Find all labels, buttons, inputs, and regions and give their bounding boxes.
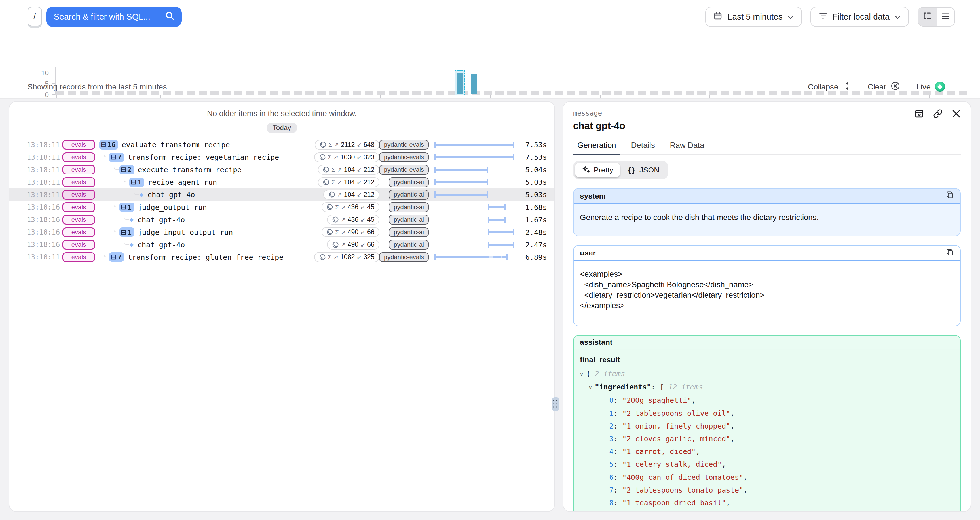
trace-row[interactable]: 13:18:11evals◆chat gpt-4o↗104↙212pydanti… [10, 188, 554, 201]
trace-row[interactable]: 13:18:16evals◆chat gpt-4o↗436↙45pydantic… [10, 214, 554, 226]
output-tokens-icon: ↙ [357, 141, 362, 148]
token-usage-badge: Σ↗2112↙648 [315, 140, 379, 150]
input-tokens-icon: ↗ [337, 191, 342, 198]
duration-gantt-bar [488, 229, 514, 235]
chevron-down-icon [788, 12, 794, 22]
row-duration: 6.89s [514, 253, 547, 262]
span-detail-panel: message [563, 101, 971, 512]
trace-row[interactable]: 13:18:11evals⊟7transform_recipe: gluten_… [10, 251, 554, 263]
span-title: chat gpt-4o [573, 120, 961, 132]
json-array-item: 7: "2 tablespoons tomato paste", [580, 484, 954, 496]
pretty-toggle[interactable]: Pretty [575, 163, 620, 177]
json-array-item: 0: "200g spaghetti", [580, 394, 954, 407]
squared-minus-icon: ⊟ [121, 166, 126, 173]
json-array-item: 5: "1 celery stalk, diced", [580, 458, 954, 471]
copy-link-icon[interactable] [933, 109, 943, 118]
evals-badge: evals [62, 177, 95, 187]
list-view-icon [941, 11, 950, 22]
tab-raw-data[interactable]: Raw Data [665, 141, 709, 154]
json-array-item: 1: "2 tablespoons olive oil", [580, 407, 954, 420]
row-duration: 5.04s [514, 165, 547, 174]
copy-icon[interactable] [946, 191, 954, 201]
evals-badge: evals [62, 240, 95, 249]
panel-resize-handle[interactable] [552, 397, 559, 412]
json-array-item: 8: "1 teaspoon dried basil", [580, 496, 954, 509]
token-usage-badge: Σ↗1030↙323 [314, 152, 379, 162]
coin-icon [326, 227, 333, 238]
collapse-node-button[interactable]: ⊟1 [119, 203, 134, 212]
duration-gantt-bar [434, 154, 514, 160]
dock-panel-icon[interactable] [915, 109, 924, 118]
slash-key-label: / [33, 11, 36, 22]
coin-icon [323, 176, 329, 188]
pretty-label: Pretty [594, 166, 613, 174]
duration-gantt-bar [488, 204, 506, 211]
json-array-item: 2: "1 onion, finely chopped", [580, 420, 954, 433]
collapse-button[interactable]: Collapse [808, 82, 851, 92]
filter-local-data-dropdown[interactable]: Filter local data [810, 7, 909, 27]
copy-icon[interactable] [946, 248, 954, 258]
token-usage-badge: ↗104↙212 [323, 190, 379, 200]
trace-row[interactable]: 13:18:16evals◆chat gpt-4o↗490↙66pydantic… [10, 238, 554, 251]
search-button[interactable]: Search & filter with SQL... [46, 7, 182, 27]
json-toggle[interactable]: {} JSON [620, 163, 667, 177]
squared-minus-icon: ⊟ [121, 229, 126, 236]
coin-icon [332, 214, 339, 225]
coin-icon [323, 164, 329, 175]
collapse-node-button[interactable]: ⊟1 [129, 178, 144, 187]
scope-tag: pydantic-evals [379, 152, 429, 162]
json-tree-viewer: ∨{ 2 items∨"ingredients": [ 12 items0: "… [580, 367, 954, 511]
slash-shortcut-key[interactable]: / [27, 7, 42, 26]
list-view-toggle[interactable] [936, 8, 955, 26]
json-array-item: 9: "1 teaspoon dried oregano", [580, 509, 954, 511]
trace-list-panel: No older items in the selected time wind… [9, 101, 555, 512]
coin-icon [328, 189, 335, 200]
duration-gantt-bar [434, 179, 488, 185]
row-duration: 7.53s [514, 153, 547, 162]
squared-minus-icon: ⊟ [111, 254, 116, 260]
span-name: execute transform_recipe [138, 165, 242, 174]
trace-row[interactable]: 13:18:11evals⊟2execute transform_recipeΣ… [10, 163, 554, 176]
time-range-label: Last 5 minutes [728, 12, 782, 22]
output-tokens-icon: ↙ [360, 216, 366, 223]
collapse-node-button[interactable]: ⊟16 [99, 140, 118, 149]
leaf-span-icon: ◆ [129, 216, 134, 223]
json-root-line[interactable]: ∨{ 2 items [580, 367, 954, 380]
json-array-item: 3: "2 cloves garlic, minced", [580, 433, 954, 445]
collapse-node-button[interactable]: ⊟7 [109, 153, 124, 162]
sparkles-icon [582, 165, 590, 175]
tree-view-toggle[interactable] [918, 8, 936, 26]
close-icon[interactable] [952, 109, 961, 118]
today-pill: Today [267, 123, 298, 133]
squared-minus-icon: ⊟ [111, 154, 116, 160]
trace-row[interactable]: 13:18:11evals⊟7transform_recipe: vegetar… [10, 151, 554, 163]
time-range-dropdown[interactable]: Last 5 minutes [705, 7, 802, 27]
tab-generation[interactable]: Generation [573, 141, 620, 154]
search-button-label: Search & filter with SQL... [54, 12, 151, 22]
collapse-node-button[interactable]: ⊟7 [109, 252, 124, 262]
scope-tag: pydantic-ai [389, 240, 429, 249]
json-key-line[interactable]: ∨"ingredients": [ 12 items [580, 380, 954, 394]
collapse-node-button[interactable]: ⊟2 [119, 165, 134, 174]
token-usage-badge: ↗490↙66 [327, 239, 379, 249]
trace-row[interactable]: 13:18:16evals⊟1judge_output runΣ↗436↙45p… [10, 201, 554, 214]
scope-tag: pydantic-evals [379, 140, 429, 149]
trace-row[interactable]: 13:18:11evals⊟1recipe_agent runΣ↗104↙212… [10, 176, 554, 188]
duration-gantt-bar [434, 192, 488, 198]
input-tokens-icon: ↗ [340, 216, 346, 223]
squared-minus-icon: ⊟ [130, 179, 136, 185]
row-timestamp: 13:18:11 [27, 141, 58, 149]
token-usage-badge: Σ↗104↙212 [318, 177, 379, 187]
tab-details[interactable]: Details [627, 141, 659, 154]
duration-gantt-bar [434, 166, 488, 173]
trace-row[interactable]: 13:18:16evals⊟1judge_input_output runΣ↗4… [10, 226, 554, 238]
token-usage-badge: Σ↗490↙66 [321, 227, 379, 237]
input-tokens-icon: ↗ [337, 179, 342, 185]
collapse-node-button[interactable]: ⊟1 [119, 227, 134, 237]
user-role-label: user [580, 249, 596, 257]
tree-view-icon [923, 11, 932, 22]
trace-row[interactable]: 13:18:11evals⊟16evaluate transform_recip… [10, 138, 554, 151]
leaf-span-icon: ◆ [129, 241, 134, 248]
live-toggle[interactable]: Live [916, 82, 945, 92]
clear-button[interactable]: Clear [868, 81, 900, 93]
